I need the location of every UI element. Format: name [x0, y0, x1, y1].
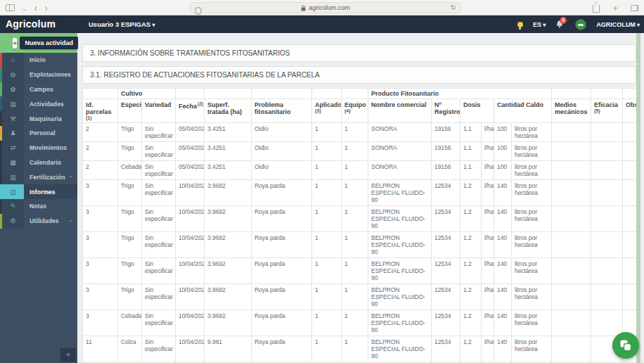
cell-num-registro: 12534	[432, 284, 461, 310]
cell-medios-mecanicos	[552, 232, 591, 258]
sidebar-toggle-icon[interactable]	[6, 4, 15, 11]
cell-aplicador: 1	[312, 123, 342, 142]
column-group-spacer	[591, 89, 623, 99]
language-selector[interactable]: ES	[533, 21, 546, 28]
cell-dosis: 1.2	[461, 336, 482, 362]
collapse-sidebar-button[interactable]	[60, 348, 76, 362]
new-tab-icon[interactable]	[612, 1, 618, 14]
sidebar-header: Nueva actividad	[0, 33, 77, 53]
column-group-spacer	[312, 89, 342, 99]
cell-cantidad-caldo: 140	[494, 258, 512, 284]
cell-id-parcelas: 2	[83, 123, 118, 142]
cell-dosis: 1.2	[461, 206, 482, 232]
sidebar-item-utilidades[interactable]: ⚙Utilidades	[0, 214, 77, 229]
cell-variedad: Sin especificar	[142, 206, 176, 232]
cell-fecha: 05/04/2024	[176, 142, 205, 161]
account-menu[interactable]: AGRICOLUM	[596, 21, 640, 28]
cell-aplicador: 1	[312, 258, 342, 284]
url-text: agricolum.com	[309, 4, 350, 11]
cell-dosis: 1.1	[461, 123, 482, 142]
cell-aplicador: 1	[312, 336, 342, 362]
sidebar-item-personal[interactable]: ♟Personal	[0, 126, 77, 141]
cell-fecha: 10/04/2024	[176, 258, 205, 284]
user-icon: ♟	[2, 126, 24, 141]
report-icon: ◫	[2, 184, 24, 199]
sidebar-item-notas[interactable]: ✎Notas	[0, 199, 77, 214]
cell-dosis: 1.2	[461, 180, 482, 206]
cell-nombre-comercial: BELPRON ESPECIAL FLUIDO-90	[368, 336, 432, 362]
sidebar-item-inicio[interactable]: ⌂Inicio	[0, 53, 77, 68]
sidebar-item-informes[interactable]: ◫Informes	[0, 184, 77, 199]
column-group-cultivo: Cultivo	[118, 89, 176, 99]
cell-medios-mecanicos	[552, 123, 591, 142]
sidebar-item-actividades[interactable]: ▤Actividades	[0, 96, 77, 111]
cell-id-parcelas: 3	[83, 180, 118, 206]
column-group-spacer	[552, 89, 591, 99]
cell-id-parcelas: 2	[83, 161, 118, 180]
cell-obs	[623, 206, 637, 232]
sidebar-item-explotaciones[interactable]: ◍Explotaciones	[0, 68, 77, 82]
browser-nav-controls	[6, 0, 48, 15]
main-content: 3. INFORMACIÓN SOBRE TRATAMIENTOS FITOSA…	[77, 33, 636, 363]
column-group-spacer	[205, 89, 252, 99]
chat-button[interactable]	[612, 332, 639, 359]
cell-variedad: Sin especificar	[142, 123, 176, 142]
cell-num-registro: 12534	[432, 336, 461, 362]
cell-cantidad-caldo: 100	[494, 123, 512, 142]
cell-nombre-comercial: SONORA	[368, 142, 432, 161]
sidebar-item-movimientos[interactable]: ⇄Movimientos	[0, 141, 77, 155]
sidebar-item-maquinaria[interactable]: ⚒Maquinaria	[0, 111, 77, 126]
avatar[interactable]	[575, 19, 586, 30]
scrollbar[interactable]	[636, 33, 640, 363]
cell-problema-fitosanitario: Oidio	[252, 161, 312, 180]
cell-eficacia	[591, 284, 623, 310]
address-bar[interactable]: agricolum.com	[190, 2, 461, 13]
cell-cantidad-unidad: litros por hectárea	[512, 284, 552, 310]
cell-variedad: Sin especificar	[142, 161, 176, 180]
cell-nombre-comercial: BELPRON ESPECIAL FLUIDO-90	[368, 206, 432, 232]
cell-dosis-unidad: l/ha	[482, 123, 494, 142]
cell-dosis: 1.2	[461, 284, 482, 310]
table-row: 3TrigoSin especificar10/04/20243.9692Roy…	[83, 206, 637, 232]
sidebar-item-label: Explotaciones	[24, 71, 77, 78]
cell-dosis: 1.2	[461, 232, 482, 258]
cell-problema-fitosanitario: Roya parda	[252, 232, 312, 258]
cell-eficacia	[591, 310, 623, 336]
column-header-id-parcelas: Id. parcelas(1)	[83, 99, 118, 123]
cell-dosis: 1.1	[461, 142, 482, 161]
cell-problema-fitosanitario: Roya parda	[252, 284, 312, 310]
cell-variedad: Sin especificar	[142, 284, 176, 310]
notifications-bell[interactable]: 0	[555, 19, 565, 30]
column-group-spacer	[176, 89, 205, 99]
user-menu[interactable]: Usuario 3 ESPIGAS	[89, 20, 155, 28]
cell-medios-mecanicos	[552, 284, 591, 310]
cell-superf-tratada: 3.4251	[205, 123, 252, 142]
table-row: 2TrigoSin especificar05/04/20243.4251Oid…	[83, 123, 637, 142]
column-group-spacer	[252, 89, 312, 99]
globe-icon: ◍	[2, 68, 24, 82]
sidebar-item-calendario[interactable]: ▦Calendario	[0, 155, 77, 170]
chevron-down-icon[interactable]	[22, 4, 27, 12]
cell-problema-fitosanitario: Oidio	[252, 142, 312, 161]
cell-dosis: 1.2	[461, 310, 482, 336]
cell-problema-fitosanitario: Oidio	[252, 123, 312, 142]
forward-icon[interactable]	[44, 3, 48, 13]
app-body: Nueva actividad ⌂Inicio◍Explotaciones✿Ca…	[0, 33, 644, 363]
sidebar-item-campos[interactable]: ✿Campos	[0, 82, 77, 97]
refresh-icon[interactable]	[451, 4, 456, 11]
cell-variedad: Sin especificar	[142, 336, 176, 362]
new-activity-button[interactable]: Nueva actividad	[20, 37, 78, 49]
browser-toolbar-right	[593, 0, 638, 15]
sidebar-item-fertilizacion[interactable]: ▥Fertilización	[0, 170, 77, 184]
sidebar-item-label: Calendario	[24, 159, 77, 166]
back-icon[interactable]	[34, 3, 38, 13]
tab-overview-icon[interactable]	[631, 5, 638, 11]
cell-fecha: 05/04/2024	[176, 161, 205, 180]
phytosanitary-report-table: CultivoProducto FitosanitarioId. parcela…	[82, 88, 637, 363]
column-header-aplicador: Aplicador(3)	[312, 99, 342, 123]
lightbulb-icon[interactable]	[517, 22, 523, 27]
share-icon[interactable]	[593, 5, 600, 13]
sidebar-item-label: Movimientos	[24, 144, 77, 151]
add-icon[interactable]	[13, 38, 17, 49]
cell-id-parcelas: 3	[83, 232, 118, 258]
